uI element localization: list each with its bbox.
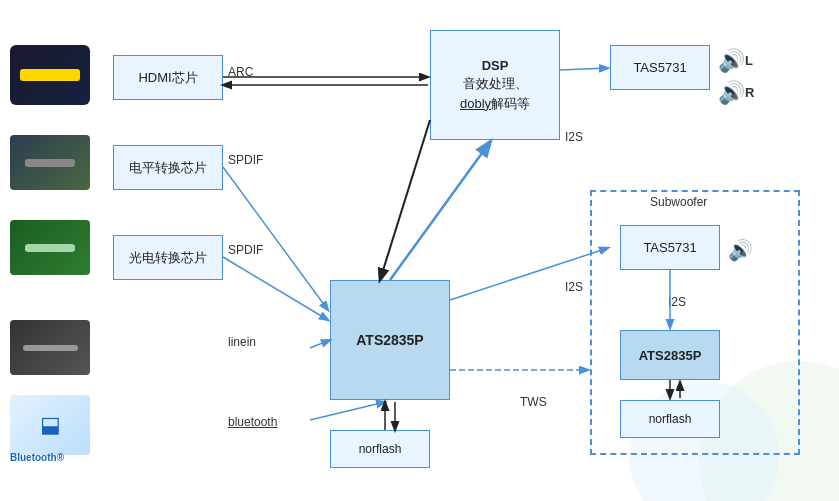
svg-line-5 [310,402,385,420]
bluetooth-text: Bluetooth® [10,452,64,463]
i2s-main-label: I2S [565,130,583,144]
svg-line-3 [223,257,328,320]
svg-line-7 [380,120,430,280]
linein-label: linein [228,335,256,349]
dsp-box: DSP 音效处理、 dobly解码等 [430,30,560,140]
svg-line-8 [560,68,608,70]
tas5731-sub-box: TAS5731 [620,225,720,270]
arc-label: ARC [228,65,253,79]
hdmi-cable-image [10,45,90,105]
hdmi-chip-box: HDMI芯片 [113,55,223,100]
spdif2-label: SPDIF [228,243,263,257]
ats2835p-main-box: ATS2835P [330,280,450,400]
dsp-title: DSP [482,58,509,73]
spdif1-label: SPDIF [228,153,263,167]
svg-line-9 [450,248,608,300]
dsp-desc1: 音效处理、 [463,75,528,93]
speaker-L-icon: 🔊 [718,48,745,74]
norflash-main-box: norflash [330,430,430,468]
jack-cable-image [10,320,90,375]
dsp-desc2: dobly解码等 [460,95,530,113]
label-L: L [745,53,753,68]
svg-line-6 [390,142,490,280]
i2s-right-label: I2S [565,280,583,294]
tws-label: TWS [520,395,547,409]
subwoofer-label: Subwoofer [650,195,707,209]
speaker-R-icon: 🔊 [718,80,745,106]
diagram-container: ⬓ Bluetooth® HDMI芯片 电平转换芯片 光电转换芯片 ATS283… [0,0,839,501]
optical-convert-box: 光电转换芯片 [113,235,223,280]
svg-line-2 [223,167,328,310]
norflash-sub-box: norflash [620,400,720,438]
i2s-sub-label: I2S [668,295,686,309]
bnc-cable-image [10,135,90,190]
tas5731-main-box: TAS5731 [610,45,710,90]
label-R: R [745,85,754,100]
ats2835p-sub-box: ATS2835P [620,330,720,380]
fiber-cable-image [10,220,90,275]
speaker-sub-icon: 🔊 [728,238,753,262]
bluetooth-label: bluetooth [228,415,277,429]
bluetooth-image: ⬓ [10,395,90,455]
svg-line-4 [310,340,330,348]
level-convert-box: 电平转换芯片 [113,145,223,190]
